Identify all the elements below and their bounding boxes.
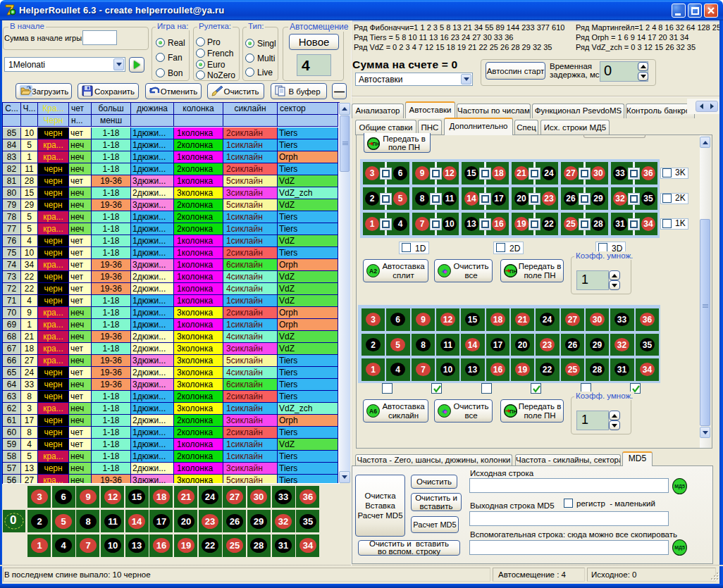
svg-text:ПН: ПН: [373, 142, 380, 147]
svg-text:ПН: ПН: [509, 408, 517, 415]
svg-text:ПН: ПН: [509, 268, 517, 275]
